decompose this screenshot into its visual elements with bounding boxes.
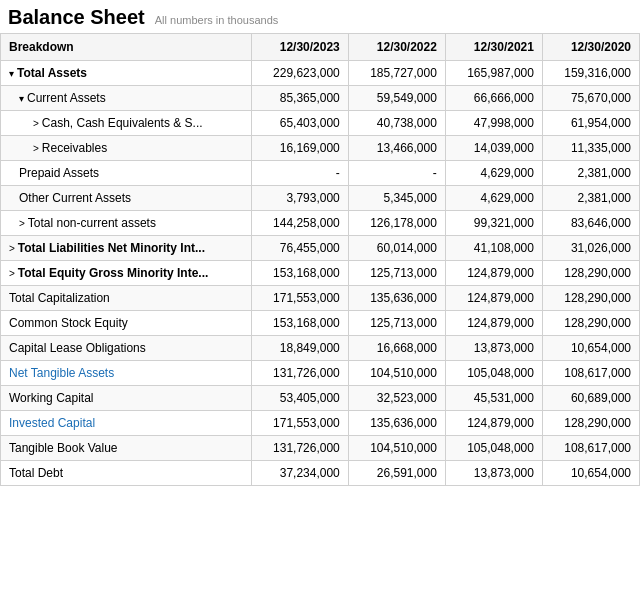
row-value: 14,039,000 [445,136,542,161]
row-label: Common Stock Equity [1,311,252,336]
row-value: - [251,161,348,186]
row-value: 5,345,000 [348,186,445,211]
row-value: 4,629,000 [445,186,542,211]
row-value: 99,321,000 [445,211,542,236]
row-value: 13,873,000 [445,461,542,486]
row-value: 135,636,000 [348,411,445,436]
chevron-icon: ▾ [9,68,14,79]
chevron-icon: > [33,118,39,129]
row-value: 18,849,000 [251,336,348,361]
row-value: 124,879,000 [445,411,542,436]
row-value: 76,455,000 [251,236,348,261]
row-value: 125,713,000 [348,261,445,286]
row-value: 128,290,000 [542,286,639,311]
row-value: 171,553,000 [251,411,348,436]
row-value: 11,335,000 [542,136,639,161]
table-row: > Total Liabilities Net Minority Int...7… [1,236,640,261]
row-value: 108,617,000 [542,436,639,461]
row-value: 37,234,000 [251,461,348,486]
row-value: 66,666,000 [445,86,542,111]
row-value: 105,048,000 [445,361,542,386]
row-value: 131,726,000 [251,436,348,461]
table-row: Other Current Assets3,793,0005,345,0004,… [1,186,640,211]
row-value: 124,879,000 [445,311,542,336]
row-value: 104,510,000 [348,361,445,386]
row-value: 2,381,000 [542,161,639,186]
row-value: 131,726,000 [251,361,348,386]
row-label: Tangible Book Value [1,436,252,461]
col-header-breakdown: Breakdown [1,34,252,61]
table-row: Tangible Book Value131,726,000104,510,00… [1,436,640,461]
row-value: 41,108,000 [445,236,542,261]
col-header-2020: 12/30/2020 [542,34,639,61]
row-value: 10,654,000 [542,336,639,361]
chevron-icon: ▾ [19,93,24,104]
chevron-icon: > [9,243,15,254]
balance-sheet-table: Breakdown 12/30/2023 12/30/2022 12/30/20… [0,33,640,486]
row-value: 60,689,000 [542,386,639,411]
row-value: 40,738,000 [348,111,445,136]
table-row: Capital Lease Obligations18,849,00016,66… [1,336,640,361]
row-label: ▾ Current Assets [1,86,252,111]
row-label: Total Capitalization [1,286,252,311]
table-row: > Total Equity Gross Minority Inte...153… [1,261,640,286]
row-value: 104,510,000 [348,436,445,461]
row-label[interactable]: Invested Capital [1,411,252,436]
row-value: 108,617,000 [542,361,639,386]
chevron-icon: > [19,218,25,229]
row-value: 26,591,000 [348,461,445,486]
row-value: 153,168,000 [251,311,348,336]
chevron-icon: > [9,268,15,279]
table-row: Total Capitalization171,553,000135,636,0… [1,286,640,311]
row-value: 16,668,000 [348,336,445,361]
row-label: > Receivables [1,136,252,161]
table-row: > Total non-current assets144,258,000126… [1,211,640,236]
row-value: 159,316,000 [542,61,639,86]
row-value: 153,168,000 [251,261,348,286]
table-row: Invested Capital171,553,000135,636,00012… [1,411,640,436]
page-subtitle: All numbers in thousands [155,14,279,26]
row-value: 60,014,000 [348,236,445,261]
col-header-2022: 12/30/2022 [348,34,445,61]
row-value: - [348,161,445,186]
table-row: Working Capital53,405,00032,523,00045,53… [1,386,640,411]
row-value: 75,670,000 [542,86,639,111]
table-row: > Receivables16,169,00013,466,00014,039,… [1,136,640,161]
table-row: ▾ Current Assets85,365,00059,549,00066,6… [1,86,640,111]
table-row: ▾ Total Assets229,623,000185,727,000165,… [1,61,640,86]
row-value: 126,178,000 [348,211,445,236]
row-value: 128,290,000 [542,261,639,286]
row-value: 83,646,000 [542,211,639,236]
row-value: 61,954,000 [542,111,639,136]
chevron-icon: > [33,143,39,154]
row-value: 4,629,000 [445,161,542,186]
row-label: Prepaid Assets [1,161,252,186]
table-row: Prepaid Assets--4,629,0002,381,000 [1,161,640,186]
row-value: 128,290,000 [542,311,639,336]
row-value: 16,169,000 [251,136,348,161]
row-value: 13,466,000 [348,136,445,161]
table-row: Net Tangible Assets131,726,000104,510,00… [1,361,640,386]
row-value: 53,405,000 [251,386,348,411]
row-label: Capital Lease Obligations [1,336,252,361]
row-value: 135,636,000 [348,286,445,311]
row-value: 59,549,000 [348,86,445,111]
table-row: > Cash, Cash Equivalents & S...65,403,00… [1,111,640,136]
row-value: 65,403,000 [251,111,348,136]
row-label: Other Current Assets [1,186,252,211]
col-header-2023: 12/30/2023 [251,34,348,61]
col-header-2021: 12/30/2021 [445,34,542,61]
row-value: 229,623,000 [251,61,348,86]
row-value: 10,654,000 [542,461,639,486]
row-value: 3,793,000 [251,186,348,211]
row-label[interactable]: Net Tangible Assets [1,361,252,386]
row-value: 124,879,000 [445,261,542,286]
row-value: 31,026,000 [542,236,639,261]
row-label: > Cash, Cash Equivalents & S... [1,111,252,136]
row-value: 125,713,000 [348,311,445,336]
row-value: 45,531,000 [445,386,542,411]
row-label: > Total Liabilities Net Minority Int... [1,236,252,261]
row-value: 128,290,000 [542,411,639,436]
row-value: 124,879,000 [445,286,542,311]
row-value: 47,998,000 [445,111,542,136]
